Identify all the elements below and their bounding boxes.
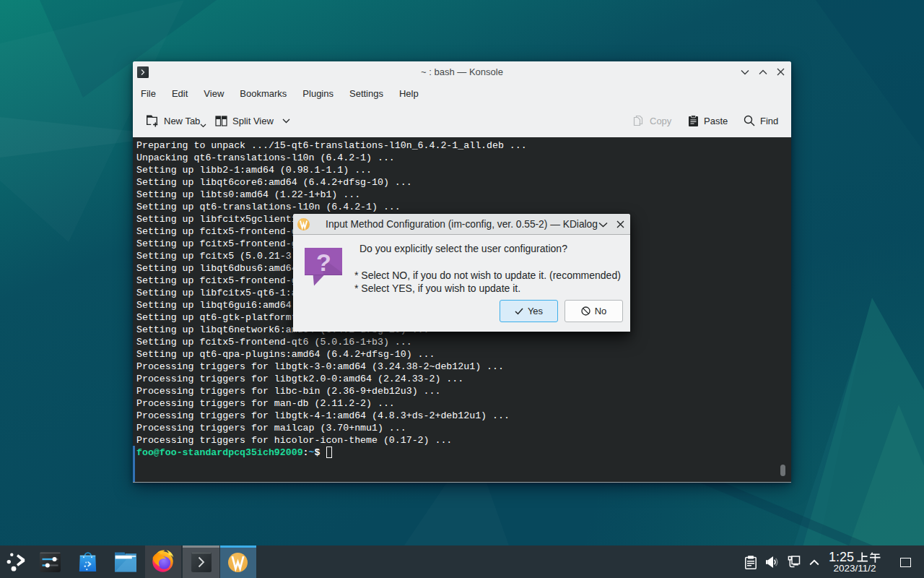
svg-text:?: ? [316, 249, 331, 276]
